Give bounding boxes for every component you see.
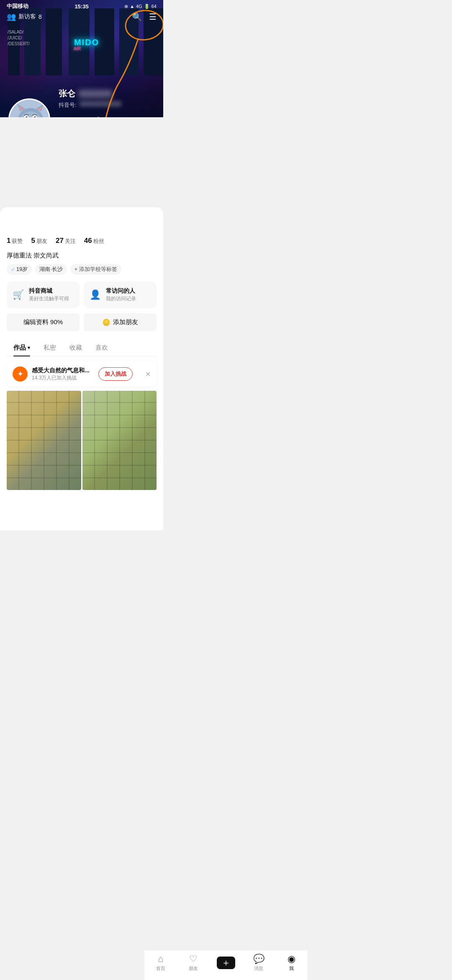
avatar-container [8, 98, 50, 117]
likes-num: 1 [7, 237, 10, 245]
challenge-join-button[interactable]: 加入挑战 [98, 367, 133, 381]
id-blur [80, 101, 121, 107]
quick-link-visitors-text: 常访问的人 我的访问记录 [106, 287, 136, 302]
stat-likes[interactable]: 1 获赞 [7, 237, 23, 245]
visitors-sub: 我的访问记录 [106, 295, 136, 302]
header-actions: 🔍 ☰ [132, 12, 157, 22]
visitors-label: 新访客 [18, 13, 36, 21]
gender-icon: ♂ [11, 266, 15, 273]
video-thumb-1[interactable] [7, 391, 81, 490]
status-time: 15:35 [74, 3, 88, 10]
tag-age-text: 19岁 [16, 266, 28, 273]
stat-friends[interactable]: 5 朋友 [31, 237, 47, 245]
followers-label: 粉丝 [93, 237, 104, 245]
tags-row: ♂ 19岁 湖南·长沙 + 添加学校等标签 [7, 264, 157, 275]
search-button[interactable]: 🔍 [132, 12, 142, 22]
followers-num: 46 [84, 237, 92, 245]
tag-age[interactable]: ♂ 19岁 [7, 264, 32, 275]
add-friend-button[interactable]: 🪙 添加朋友 [84, 313, 157, 331]
tab-liked[interactable]: 喜欢 [89, 340, 115, 356]
name-text: 张仑 [59, 88, 75, 99]
quick-links: 🛒 抖音商城 美好生活触手可得 👤 常访问的人 我的访问记录 [7, 281, 157, 308]
following-num: 27 [56, 237, 64, 245]
edit-profile-button[interactable]: 编辑资料 90% [7, 313, 80, 331]
tab-collected-label: 收藏 [69, 344, 82, 352]
add-friend-label: 添加朋友 [113, 318, 138, 326]
person-icon: 👤 [90, 289, 101, 300]
coin-icon: 🪙 [102, 318, 110, 326]
tag-add[interactable]: + 添加学校等标签 [70, 264, 121, 275]
profile-banner: MIDO AiR /SALAD//JUICE//DESSERT/ 👥 新访客 8… [0, 0, 163, 117]
bio-text: 厚德重法 崇文尚武 [7, 252, 157, 260]
tab-works[interactable]: 作品 ▾ [7, 340, 37, 356]
battery-icon: 🔋 [144, 4, 150, 9]
stat-followers[interactable]: 46 粉丝 [84, 237, 104, 245]
tag-add-text: + 添加学校等标签 [74, 266, 117, 273]
quick-link-shop-text: 抖音商城 美好生活触手可得 [29, 287, 69, 302]
stat-following[interactable]: 27 关注 [56, 237, 76, 245]
likes-label: 获赞 [12, 237, 23, 245]
stats-row: 1 获赞 5 朋友 27 关注 46 粉丝 [7, 237, 157, 245]
challenge-sub: 14.3万人已加入挑战 [32, 374, 90, 382]
menu-button[interactable]: ☰ [149, 12, 157, 22]
challenge-star-icon: ✦ [13, 366, 28, 382]
signal-icon: 4G [136, 4, 142, 9]
shop-title: 抖音商城 [29, 287, 69, 295]
tab-works-label: 作品 [13, 344, 26, 352]
action-buttons: 编辑资料 90% 🪙 添加朋友 [7, 313, 157, 331]
quick-link-visitors[interactable]: 👤 常访问的人 我的访问记录 [84, 281, 157, 308]
following-label: 关注 [65, 237, 76, 245]
tabs-row: 作品 ▾ 私密 收藏 喜欢 [7, 340, 157, 356]
carrier-time: 中国移动 [7, 3, 28, 10]
tag-location[interactable]: 湖南·长沙 [35, 264, 67, 275]
visitors-title: 常访问的人 [106, 287, 136, 295]
avatar[interactable] [8, 98, 50, 117]
challenge-info: 感受大自然的气息和... 14.3万人已加入挑战 [32, 367, 90, 382]
tab-liked-label: 喜欢 [95, 344, 108, 352]
friends-label: 朋友 [36, 237, 47, 245]
video-grid [7, 391, 157, 490]
shop-icon: 🛒 [13, 289, 24, 300]
friends-num: 5 [31, 237, 35, 245]
challenge-banner: ✦ 感受大自然的气息和... 14.3万人已加入挑战 加入挑战 ✕ [7, 361, 157, 387]
visitors-count: 8 [39, 13, 42, 20]
status-icons: ⊕ ▲ 4G 🔋 64 [124, 4, 157, 9]
tag-location-text: 湖南·长沙 [39, 266, 63, 273]
status-bar: 中国移动 15:35 ⊕ ▲ 4G 🔋 64 [0, 0, 163, 12]
challenge-title: 感受大自然的气息和... [32, 367, 90, 374]
neon-sign2: AiR [74, 46, 81, 51]
header-top: 👥 新访客 8 🔍 ☰ [0, 12, 163, 22]
quick-link-shop[interactable]: 🛒 抖音商城 美好生活触手可得 [7, 281, 80, 308]
tab-collected[interactable]: 收藏 [63, 340, 89, 356]
bluetooth-icon: ⊕ [124, 4, 128, 9]
profile-header: 张仑 抖音号: [59, 88, 157, 109]
profile-name: 张仑 [59, 88, 157, 99]
video-thumb-2[interactable] [82, 391, 157, 490]
wifi-icon: ▲ [130, 4, 134, 9]
tab-arrow-icon: ▾ [28, 345, 30, 351]
tile-pattern-2 [82, 391, 157, 490]
tab-private-label: 私密 [44, 344, 56, 352]
profile-card: 1 获赞 5 朋友 27 关注 46 粉丝 厚德重法 崇文尚武 ♂ 19岁 湖南… [0, 207, 163, 530]
douyin-id: 抖音号: [59, 101, 157, 109]
visitors-icon: 👥 [7, 12, 16, 21]
challenge-left: ✦ 感受大自然的气息和... 14.3万人已加入挑战 [13, 366, 90, 382]
tile-pattern-1 [7, 391, 81, 490]
tab-private[interactable]: 私密 [37, 340, 63, 356]
battery-level: 64 [152, 4, 157, 9]
shop-sub: 美好生活触手可得 [29, 295, 69, 302]
visitors-button[interactable]: 👥 新访客 8 [7, 12, 42, 21]
banner-label: /SALAD//JUICE//DESSERT/ [8, 29, 30, 47]
name-blur [79, 90, 112, 98]
challenge-close-button[interactable]: ✕ [145, 370, 151, 378]
